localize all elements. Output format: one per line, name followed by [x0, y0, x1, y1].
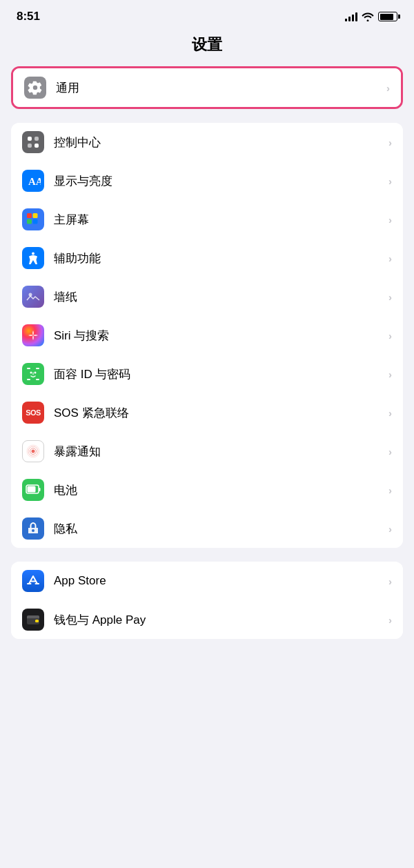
- wallet-item[interactable]: 钱包与 Apple Pay ›: [11, 600, 403, 639]
- siri-icon: [22, 324, 44, 346]
- display-item[interactable]: AA 显示与亮度 ›: [11, 161, 403, 200]
- wallet-label: 钱包与 Apple Pay: [54, 612, 383, 628]
- svg-rect-14: [36, 379, 39, 380]
- control-center-label: 控制中心: [54, 135, 383, 150]
- privacy-icon: [22, 517, 44, 540]
- svg-rect-32: [35, 620, 39, 622]
- svg-point-18: [32, 450, 35, 453]
- signal-icon: [345, 12, 357, 21]
- gear-icon: [24, 77, 46, 99]
- battery-icon: [22, 479, 44, 501]
- battery-status-icon: [378, 12, 397, 21]
- siri-item[interactable]: Siri 与搜索 ›: [11, 316, 403, 355]
- apps-section: App Store › 钱包与 Apple Pay ›: [11, 562, 403, 639]
- faceid-item[interactable]: 面容 ID 与密码 ›: [11, 355, 403, 393]
- page-title: 设置: [0, 29, 414, 66]
- svg-rect-7: [27, 219, 32, 224]
- svg-point-16: [34, 372, 37, 374]
- control-center-chevron: ›: [388, 137, 392, 148]
- svg-rect-8: [33, 219, 38, 224]
- privacy-item[interactable]: 隐私 ›: [11, 509, 403, 548]
- appstore-item[interactable]: App Store ›: [11, 562, 403, 600]
- svg-rect-12: [36, 368, 39, 369]
- faceid-icon: [22, 363, 44, 385]
- wallpaper-icon: [22, 286, 44, 308]
- wifi-icon: [362, 12, 374, 21]
- faceid-label: 面容 ID 与密码: [54, 366, 383, 382]
- wallpaper-item[interactable]: 墙纸 ›: [11, 277, 403, 316]
- general-chevron: ›: [386, 82, 390, 94]
- accessibility-icon: [22, 247, 44, 269]
- homescreen-label: 主屏幕: [54, 212, 383, 228]
- svg-rect-31: [27, 617, 39, 618]
- wallet-chevron: ›: [388, 614, 392, 626]
- svg-rect-0: [28, 137, 32, 141]
- sos-chevron: ›: [388, 407, 392, 419]
- sos-icon: SOS: [22, 402, 44, 424]
- exposure-item[interactable]: 暴露通知 ›: [11, 432, 403, 471]
- privacy-chevron: ›: [388, 523, 392, 535]
- svg-rect-6: [33, 213, 38, 218]
- status-bar: 8:51: [0, 0, 414, 29]
- homescreen-icon: [22, 208, 44, 230]
- faceid-chevron: ›: [388, 368, 392, 380]
- appstore-icon: [22, 570, 44, 592]
- wallpaper-label: 墙纸: [54, 289, 383, 305]
- svg-point-15: [30, 372, 32, 374]
- privacy-label: 隐私: [54, 521, 383, 537]
- svg-rect-13: [27, 379, 30, 380]
- appstore-label: App Store: [54, 574, 383, 588]
- sos-label: SOS 紧急联络: [54, 405, 383, 421]
- accessibility-chevron: ›: [388, 253, 392, 264]
- svg-rect-1: [34, 137, 39, 141]
- homescreen-chevron: ›: [388, 214, 392, 226]
- svg-rect-2: [28, 144, 32, 148]
- svg-point-25: [32, 529, 34, 532]
- accessibility-item[interactable]: 辅助功能 ›: [11, 239, 403, 277]
- general-label: 通用: [56, 80, 381, 96]
- svg-rect-11: [27, 368, 30, 369]
- wallet-icon: [22, 609, 44, 631]
- status-time: 8:51: [17, 10, 40, 23]
- svg-text:AA: AA: [28, 176, 41, 187]
- sos-item[interactable]: SOS SOS 紧急联络 ›: [11, 393, 403, 432]
- exposure-label: 暴露通知: [54, 444, 383, 460]
- battery-chevron: ›: [388, 484, 392, 496]
- control-center-icon: [22, 131, 44, 153]
- accessibility-label: 辅助功能: [54, 250, 383, 266]
- siri-chevron: ›: [388, 330, 392, 342]
- homescreen-item[interactable]: 主屏幕 ›: [11, 200, 403, 239]
- svg-point-9: [32, 253, 34, 255]
- display-icon: AA: [22, 170, 44, 192]
- svg-rect-23: [28, 486, 36, 493]
- svg-rect-3: [34, 144, 39, 148]
- wallpaper-chevron: ›: [388, 291, 392, 303]
- battery-label: 电池: [54, 482, 383, 498]
- display-label: 显示与亮度: [54, 173, 383, 189]
- svg-rect-5: [27, 213, 32, 218]
- general-item[interactable]: 通用 ›: [13, 68, 401, 107]
- main-section: 控制中心 › AA 显示与亮度 › 主屏幕 ›: [11, 123, 403, 548]
- appstore-chevron: ›: [388, 575, 392, 587]
- general-section: 通用 ›: [11, 66, 403, 109]
- siri-label: Siri 与搜索: [54, 328, 383, 344]
- svg-rect-24: [39, 488, 41, 491]
- exposure-icon: [22, 440, 44, 462]
- status-icons: [345, 12, 397, 21]
- exposure-chevron: ›: [388, 446, 392, 457]
- control-center-item[interactable]: 控制中心 ›: [11, 123, 403, 161]
- display-chevron: ›: [388, 175, 392, 187]
- battery-item[interactable]: 电池 ›: [11, 471, 403, 509]
